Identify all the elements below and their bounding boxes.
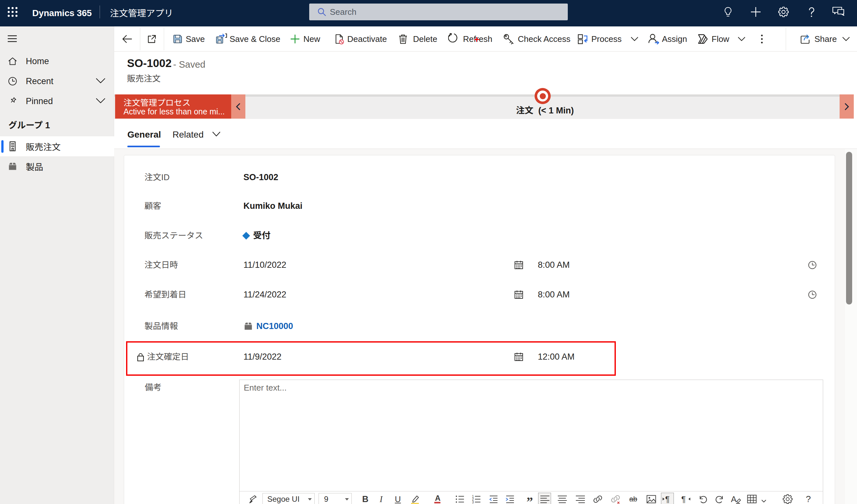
deactivate-button[interactable]: Deactivate <box>334 27 387 52</box>
quick-create-button[interactable] <box>749 5 763 19</box>
search-box[interactable]: Search <box>309 3 568 20</box>
table-icon <box>747 494 758 504</box>
table-button[interactable] <box>746 493 759 504</box>
back-arrow-icon <box>121 34 133 44</box>
paragraph-ltr-button[interactable]: ¶ <box>661 493 674 504</box>
chevron-down-icon <box>212 132 220 137</box>
tab-general[interactable]: General <box>127 120 161 149</box>
assign-button[interactable]: Assign <box>648 27 687 52</box>
undo-button[interactable] <box>697 493 710 504</box>
field-order-datetime[interactable]: 注文日時11/10/2022 8:00 AM <box>124 258 835 271</box>
strikethrough-button[interactable]: ab <box>627 493 640 504</box>
calendar-button[interactable] <box>514 352 524 363</box>
popout-button[interactable] <box>147 27 157 52</box>
bold-button[interactable]: B <box>359 493 372 504</box>
bpf-collapse-button[interactable] <box>231 94 245 119</box>
outdent-icon <box>488 494 499 504</box>
expand-chevron[interactable] <box>96 78 105 85</box>
editor-help-button[interactable]: ? <box>802 493 815 504</box>
quote-button[interactable]: ” <box>523 493 536 504</box>
clear-format-button[interactable]: A <box>729 493 742 504</box>
field-product-info[interactable]: 製品情報 NC10000 <box>124 320 835 333</box>
field-requested-delivery[interactable]: 希望到着日11/24/2022 8:00 AM <box>124 288 835 301</box>
editor-settings-button[interactable] <box>781 493 794 504</box>
sidebar-item-pinned[interactable]: Pinned <box>0 91 114 111</box>
field-sales-status[interactable]: 販売ステータス受付 <box>124 229 835 242</box>
italic-button[interactable]: I <box>375 493 388 504</box>
chevron-down-icon <box>842 37 850 41</box>
align-center-button[interactable] <box>556 493 569 504</box>
sidebar-item-product[interactable]: 製品 <box>0 156 114 176</box>
field-order-confirm-date[interactable]: 注文確定日11/9/2022 12:00 AM <box>124 350 835 363</box>
expand-chevron[interactable] <box>96 98 105 105</box>
align-left-button[interactable] <box>538 493 551 504</box>
process-button[interactable]: Process <box>577 27 638 52</box>
indent-button[interactable] <box>504 493 517 504</box>
font-size-select[interactable]: 9 <box>319 493 352 504</box>
notes-placeholder: Enter text... <box>244 383 287 393</box>
confirm-time-value[interactable]: 12:00 AM <box>538 350 574 363</box>
bpf-process-name: 注文管理プロセス <box>123 96 190 108</box>
scrollbar-track[interactable] <box>845 149 857 504</box>
field-order-id[interactable]: 注文IDSO-1002 <box>124 171 835 184</box>
feedback-button[interactable] <box>831 5 845 19</box>
app-name[interactable]: 注文管理アプリ <box>110 0 173 27</box>
order-time-value[interactable]: 8:00 AM <box>538 258 570 271</box>
confirm-date-value[interactable]: 11/9/2022 <box>243 350 282 363</box>
underline-button[interactable]: U <box>391 493 404 504</box>
more-commands-button[interactable] <box>760 27 763 52</box>
tab-related[interactable]: Related <box>172 120 204 149</box>
numbered-list-button[interactable]: 123 <box>470 493 483 504</box>
calendar-button[interactable] <box>514 260 524 271</box>
format-painter-button[interactable] <box>247 493 260 504</box>
paragraph-ltr-icon: ¶ <box>662 494 673 504</box>
help-button[interactable] <box>804 5 819 19</box>
bpf-next-stage-button[interactable] <box>840 94 854 119</box>
redo-button[interactable] <box>713 493 726 504</box>
nav-toggle-button[interactable] <box>7 35 17 44</box>
notes-editor[interactable]: Enter text... Segoe UI 9 BIUA123”ab¶¶A? <box>239 380 823 504</box>
check-access-button[interactable]: Check Access <box>503 27 570 52</box>
lock-icon-wrap <box>137 352 145 363</box>
delivery-time-value[interactable]: 8:00 AM <box>538 288 570 301</box>
settings-button[interactable] <box>776 5 791 19</box>
align-right-button[interactable] <box>574 493 587 504</box>
waffle-button[interactable] <box>5 5 20 19</box>
product-link[interactable]: NC10000 <box>243 320 293 333</box>
save-close-button[interactable]: Save & Close <box>215 27 281 52</box>
bpf-active-stage-marker[interactable] <box>535 88 551 104</box>
calendar-button[interactable] <box>514 290 524 301</box>
sidebar-item-recent[interactable]: Recent <box>0 71 114 91</box>
link-button[interactable] <box>591 493 604 504</box>
font-name-select[interactable]: Segoe UI <box>263 493 315 504</box>
field-customer[interactable]: 顧客Kumiko Mukai <box>124 199 835 212</box>
font-color-button[interactable]: A <box>431 493 444 504</box>
brand-title[interactable]: Dynamics 365 <box>32 0 91 27</box>
flow-button[interactable]: Flow <box>696 27 745 52</box>
more-commands-icon <box>760 34 763 45</box>
order-date-value[interactable]: 11/10/2022 <box>243 258 286 271</box>
new-button-label: New <box>303 34 320 44</box>
sidebar-item-home[interactable]: Home <box>0 51 114 71</box>
refresh-button[interactable]: Refresh <box>448 27 492 52</box>
share-button[interactable]: Share <box>800 27 850 52</box>
delete-button[interactable]: Delete <box>398 27 437 52</box>
check-access-button-label: Check Access <box>518 34 570 44</box>
scrollbar-thumb[interactable] <box>846 152 852 305</box>
unlink-button[interactable] <box>609 493 622 504</box>
sidebar-item-sales-order[interactable]: 販売注文 <box>0 136 114 156</box>
paragraph-rtl-button[interactable]: ¶ <box>679 493 692 504</box>
highlight-button[interactable] <box>409 493 422 504</box>
bpf-stage-label[interactable]: 注文 (< 1 Min) <box>481 103 609 116</box>
back-button[interactable] <box>121 27 133 52</box>
new-button[interactable]: New <box>290 27 320 52</box>
delivery-date-value[interactable]: 11/24/2022 <box>243 288 286 301</box>
bpf-process-box[interactable]: 注文管理プロセス Active for less than one mi... <box>115 94 231 119</box>
bullet-list-button[interactable] <box>453 493 466 504</box>
lightbulb-button[interactable] <box>721 5 735 19</box>
outdent-button[interactable] <box>487 493 500 504</box>
dynamics-365-app: Dynamics 365 注文管理アプリ Search HomeRecentPi… <box>0 0 857 504</box>
clock-icon <box>808 261 817 270</box>
image-button[interactable] <box>645 493 658 504</box>
save-button[interactable]: Save <box>172 27 205 52</box>
